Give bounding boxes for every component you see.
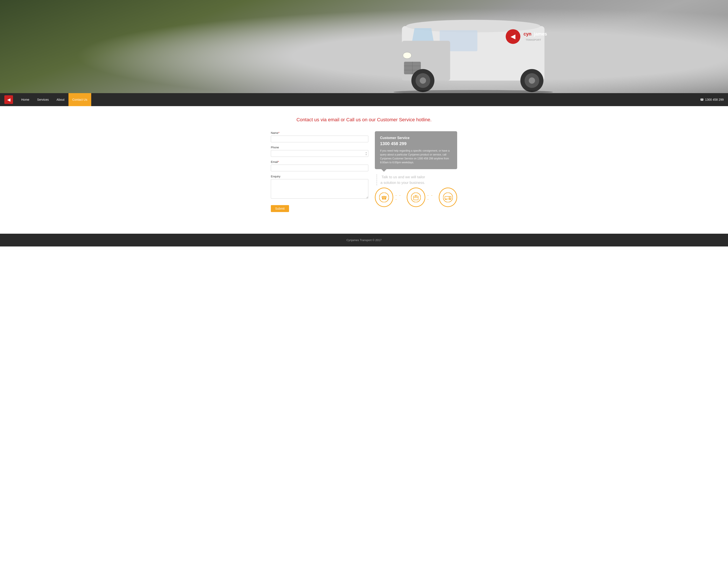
- nav-links: Home Services About Contact Us: [17, 93, 700, 106]
- dash-2: - - -: [425, 193, 439, 201]
- logo-container[interactable]: ◀: [4, 95, 13, 104]
- cs-description: If you need help regarding a specific co…: [380, 149, 452, 164]
- nav-services[interactable]: Services: [33, 93, 53, 106]
- phone-label: Phone: [271, 146, 368, 149]
- package-circle-icon: [407, 188, 425, 207]
- phone-icon: ☎: [700, 98, 704, 101]
- svg-point-15: [420, 77, 426, 84]
- phone-display: ☎ 1300 458 299: [700, 98, 724, 101]
- svg-text:TRANSPORT: TRANSPORT: [526, 38, 541, 41]
- phone-number: 1300 458 299: [705, 98, 724, 101]
- name-label: Name*: [271, 131, 368, 134]
- hero-section: ◀ cyn james TRANSPORT: [0, 0, 728, 93]
- svg-point-9: [403, 52, 412, 58]
- dash-1: - - -: [393, 193, 407, 201]
- icons-row: ☎ - - - - - -: [375, 188, 457, 207]
- cs-phone: 1300 458 299: [380, 141, 452, 146]
- telephone-svg: ☎: [379, 192, 389, 202]
- phone-spinners[interactable]: ▲ ▼: [365, 151, 367, 156]
- enquiry-group: Enquiry: [271, 175, 368, 200]
- phone-wrapper: ▲ ▼: [271, 150, 368, 157]
- main-content: Contact us via email or Call us on our C…: [266, 106, 462, 225]
- phone-input[interactable]: [271, 150, 368, 157]
- email-group: Email*: [271, 160, 368, 171]
- svg-point-12: [529, 77, 535, 84]
- hero-van: ◀ cyn james TRANSPORT: [218, 9, 728, 93]
- svg-point-34: [445, 199, 446, 200]
- dashed-border: [376, 174, 377, 185]
- svg-rect-31: [445, 196, 449, 199]
- name-group: Name*: [271, 131, 368, 142]
- name-input[interactable]: [271, 136, 368, 142]
- svg-text:◀: ◀: [511, 33, 516, 40]
- submit-button[interactable]: Submit: [271, 205, 289, 212]
- footer-text: Cynjames Transport © 2017: [346, 238, 382, 242]
- svg-text:cyn: cyn: [523, 31, 531, 36]
- nav-home[interactable]: Home: [17, 93, 33, 106]
- tailor-text: Talk to us and we will tailor a solution…: [381, 174, 425, 185]
- nav-contact[interactable]: Contact Us: [69, 93, 91, 106]
- svg-marker-29: [415, 195, 417, 196]
- customer-service-box: Customer Service 1300 458 299 If you nee…: [375, 131, 457, 169]
- navbar: ◀ Home Services About Contact Us ☎ 1300 …: [0, 93, 728, 106]
- cs-title: Customer Service: [380, 136, 452, 140]
- truck-svg: [443, 192, 453, 202]
- svg-point-35: [449, 199, 451, 200]
- package-svg: [411, 192, 421, 202]
- info-section: Customer Service 1300 458 299 If you nee…: [375, 131, 457, 207]
- enquiry-label: Enquiry: [271, 175, 368, 178]
- contact-layout: Name* Phone ▲ ▼ Email*: [271, 131, 457, 212]
- svg-text:☎: ☎: [381, 195, 387, 201]
- phone-group: Phone ▲ ▼: [271, 146, 368, 157]
- tailor-section: Talk to us and we will tailor a solution…: [375, 174, 457, 185]
- logo-icon: ◀: [4, 95, 13, 104]
- email-label: Email*: [271, 160, 368, 163]
- enquiry-textarea[interactable]: [271, 179, 368, 199]
- footer: Cynjames Transport © 2017: [0, 234, 728, 246]
- svg-text:james: james: [534, 31, 547, 36]
- phone-circle-icon: ☎: [375, 188, 393, 207]
- email-input[interactable]: [271, 165, 368, 171]
- page-heading: Contact us via email or Call us on our C…: [271, 117, 457, 123]
- nav-about[interactable]: About: [53, 93, 69, 106]
- truck-circle-icon: [439, 188, 457, 207]
- contact-form: Name* Phone ▲ ▼ Email*: [271, 131, 368, 212]
